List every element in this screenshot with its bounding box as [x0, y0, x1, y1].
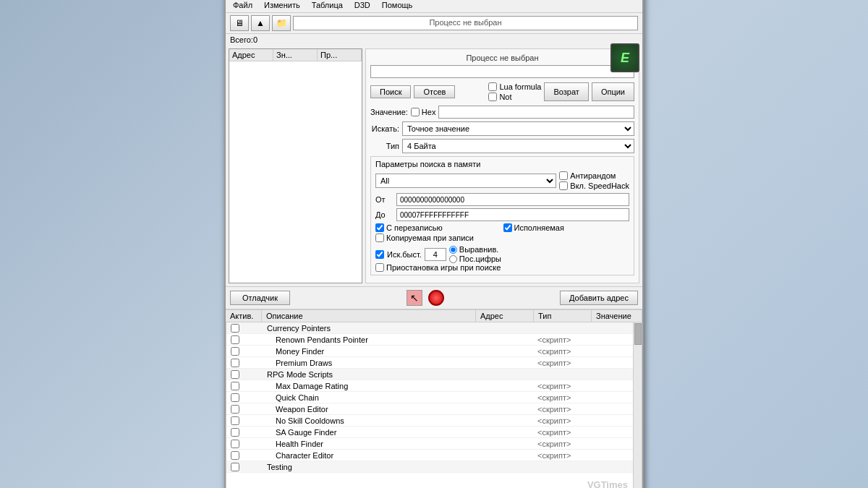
row-checkbox[interactable] — [231, 347, 239, 356]
scrollbar[interactable] — [633, 322, 642, 488]
vgtimes-watermark: VGTimes — [587, 479, 628, 488]
row-active[interactable] — [226, 382, 263, 390]
row-checkbox[interactable] — [231, 428, 239, 437]
bottom-toolbar: Отладчик ↖ Добавить адрес — [226, 286, 642, 309]
overwrite-checkbox[interactable] — [375, 223, 384, 232]
row-active[interactable] — [226, 359, 263, 367]
memory-section: Параметры поиска в памяти All Антирандом — [370, 156, 634, 275]
menu-table[interactable]: Таблица — [307, 0, 347, 11]
options-button[interactable]: Опции — [592, 82, 634, 101]
table-row: Money Finder <скрипт> — [226, 346, 642, 357]
scrollbar-thumb[interactable] — [634, 323, 642, 345]
row-active[interactable] — [226, 428, 263, 437]
value-label: Значение: — [370, 108, 408, 116]
row-desc: Premium Draws — [263, 359, 475, 367]
speedhack-checkbox[interactable] — [559, 181, 568, 190]
row-active[interactable] — [226, 347, 263, 356]
overwrite-label: С перезаписью — [386, 223, 443, 232]
row-active[interactable] — [226, 463, 263, 471]
row-checkbox[interactable] — [231, 463, 239, 471]
digits-radio[interactable] — [449, 255, 457, 263]
col-addr: Адрес — [476, 310, 534, 322]
row-checkbox[interactable] — [231, 324, 239, 333]
lua-formula-label: Lua formula — [499, 82, 541, 91]
table-row: No Skill Cooldowns <скрипт> — [226, 415, 642, 427]
hex-checkbox[interactable] — [411, 108, 420, 116]
row-checkbox[interactable] — [231, 416, 239, 425]
row-active[interactable] — [226, 405, 263, 414]
search-type-select[interactable]: Точное значение — [402, 121, 634, 136]
menu-d3d[interactable]: D3D — [350, 0, 375, 11]
fast-scan-input[interactable] — [425, 248, 446, 261]
row-checkbox[interactable] — [231, 382, 239, 390]
row-active[interactable] — [226, 440, 263, 448]
antirandom-checkbox[interactable] — [559, 171, 568, 180]
menu-edit[interactable]: Изменить — [260, 0, 305, 11]
menu-help[interactable]: Помощь — [378, 0, 417, 11]
process-input[interactable] — [370, 65, 634, 78]
row-checkbox[interactable] — [231, 393, 239, 402]
row-checkbox[interactable] — [231, 440, 239, 448]
row-desc: Max Damage Rating — [263, 382, 475, 390]
value-row: Значение: Hex — [370, 106, 634, 119]
hex-label: Hex — [422, 108, 436, 116]
row-active[interactable] — [226, 324, 263, 333]
hex-checkbox-label: Hex — [411, 108, 436, 116]
table-row: Testing — [226, 461, 642, 473]
type-label: Тип — [370, 142, 399, 150]
row-checkbox[interactable] — [231, 370, 239, 379]
process-label-text: Процесс не выбран — [370, 53, 634, 62]
row-checkbox[interactable] — [231, 335, 239, 344]
row-checkbox[interactable] — [231, 359, 239, 367]
search-button[interactable]: Поиск — [370, 85, 411, 98]
row-active[interactable] — [226, 416, 263, 425]
row-checkbox[interactable] — [231, 451, 239, 460]
debugger-button[interactable]: Отладчик — [230, 291, 290, 305]
row-active[interactable] — [226, 451, 263, 460]
row-active[interactable] — [226, 393, 263, 402]
to-input[interactable] — [396, 208, 629, 221]
table-row: RPG Mode Scripts — [226, 369, 642, 380]
add-address-button[interactable]: Добавить адрес — [560, 291, 638, 305]
to-row: До — [375, 208, 629, 221]
menu-file[interactable]: Файл — [229, 0, 257, 11]
toolbar: 🖥 ▲ 📁 Процесс не выбран E — [226, 13, 642, 34]
speedhack-checkbox-label: Вкл. SpeedHack — [559, 181, 629, 190]
pause-label: Приостановка игры при поиске — [386, 263, 501, 272]
lua-formula-checkbox[interactable] — [488, 82, 497, 91]
pointer-icon[interactable]: ↖ — [407, 290, 422, 306]
search-type-label: Искать: — [370, 124, 399, 133]
row-active[interactable] — [226, 370, 263, 379]
toolbar-btn-pc[interactable]: 🖥 — [230, 15, 249, 31]
not-checkbox[interactable] — [488, 93, 497, 101]
type-row: Тип 4 Байта — [370, 139, 634, 153]
row-active[interactable] — [226, 335, 263, 344]
copy-label: Копируемая при записи — [386, 234, 474, 242]
toolbar-btn-up[interactable]: ▲ — [251, 15, 270, 31]
return-button[interactable]: Возрат — [544, 82, 588, 101]
pause-checkbox[interactable] — [375, 263, 384, 272]
copy-checkbox[interactable] — [375, 234, 384, 242]
align-radio[interactable] — [449, 246, 457, 254]
fast-scan-checkbox[interactable] — [375, 250, 384, 259]
stop-button[interactable] — [428, 290, 444, 306]
from-input[interactable] — [396, 193, 629, 206]
type-select[interactable]: 4 Байта — [402, 139, 634, 153]
row-type: <скрипт> — [533, 428, 591, 437]
toolbar-btn-folder[interactable]: 📁 — [272, 15, 291, 31]
executable-checkbox[interactable] — [503, 223, 512, 232]
value-input[interactable] — [438, 106, 634, 119]
search-type-row: Искать: Точное значение — [370, 121, 634, 136]
row-checkbox[interactable] — [231, 405, 239, 414]
radio-group: Выравнив. Пос.цифры — [449, 245, 501, 263]
align-label: Выравнив. — [459, 245, 498, 254]
right-panel: Процесс не выбран Поиск Отсев Lua formul… — [365, 48, 639, 283]
row-desc: Character Editor — [263, 451, 475, 460]
filter-button[interactable]: Отсев — [414, 85, 455, 98]
process-bar[interactable]: Процесс не выбран — [293, 16, 638, 30]
col-address: Адрес — [229, 49, 273, 61]
digits-radio-label[interactable]: Пос.цифры — [449, 254, 501, 263]
memory-range-select[interactable]: All — [375, 174, 556, 188]
from-row: От — [375, 193, 629, 206]
align-radio-label[interactable]: Выравнив. — [449, 245, 501, 254]
